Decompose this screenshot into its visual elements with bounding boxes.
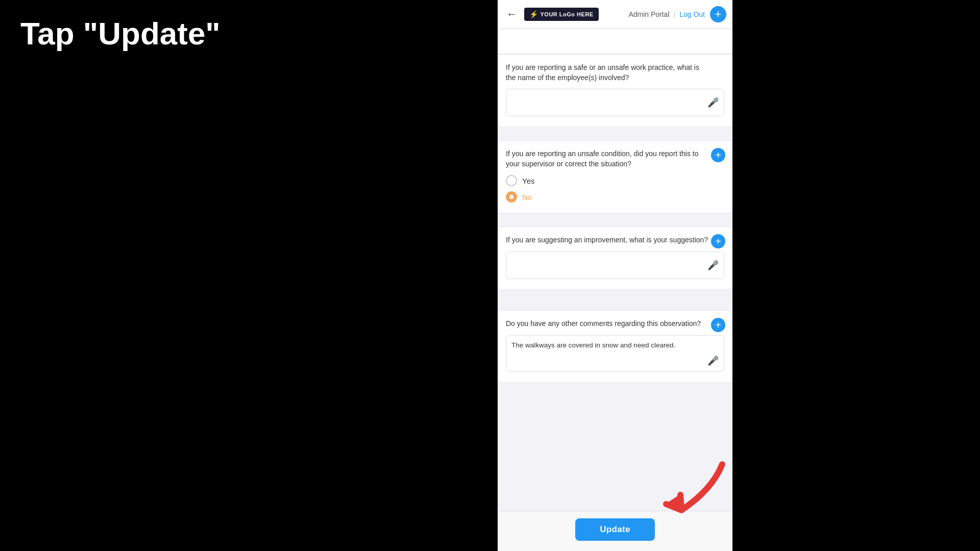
app-panel: ← ⚡ YOUR LoGo HERE Admin Portal | Log Ou… <box>250 0 980 551</box>
partial-top-card <box>498 29 732 54</box>
section-other-comments: + Do you have any other comments regardi… <box>498 310 732 383</box>
bottom-spacer <box>498 389 732 399</box>
section-employee-name-label: If you are reporting a safe or an unsafe… <box>506 63 724 83</box>
logo: ⚡ YOUR LoGo HERE <box>524 8 599 21</box>
radio-group-supervisor: Yes No <box>506 175 724 203</box>
logo-text: YOUR LoGo HERE <box>541 11 594 17</box>
update-button[interactable]: Update <box>575 518 654 541</box>
logo-bolt-icon: ⚡ <box>529 10 538 18</box>
scroll-content[interactable]: If you are reporting a safe or an unsafe… <box>498 54 732 511</box>
instruction-panel: Tap "Update" <box>0 0 250 551</box>
radio-circle-no[interactable] <box>506 191 517 203</box>
nav-bar: ← ⚡ YOUR LoGo HERE Admin Portal | Log Ou… <box>498 0 732 29</box>
other-comments-textarea[interactable]: The walkways are covered in snow and nee… <box>511 341 704 366</box>
mic-icon-comments[interactable]: 🎤 <box>707 355 719 366</box>
mic-icon-employee[interactable]: 🎤 <box>707 97 719 108</box>
section-add-button-improvement[interactable]: + <box>711 234 725 248</box>
section-other-comments-label: Do you have any other comments regarding… <box>506 319 724 329</box>
nav-logout-link[interactable]: Log Out <box>679 10 705 18</box>
improvement-input-row[interactable]: 🎤 <box>506 252 724 279</box>
radio-option-no[interactable]: No <box>506 191 724 203</box>
section-improvement-label: If you are suggesting an improvement, wh… <box>506 235 724 245</box>
radio-label-yes: Yes <box>522 177 534 185</box>
bottom-bar: Update <box>498 511 732 551</box>
other-comments-input-row[interactable]: The walkways are covered in snow and nee… <box>506 335 724 372</box>
employee-name-input-row[interactable]: 🎤 <box>506 89 724 116</box>
back-button[interactable]: ← <box>504 8 520 21</box>
radio-circle-yes[interactable] <box>506 175 517 186</box>
spacer-3 <box>498 296 732 303</box>
mic-icon-improvement[interactable]: 🎤 <box>707 260 719 271</box>
spacer-2 <box>498 219 732 227</box>
nav-portal-title: Admin Portal <box>628 10 669 18</box>
section-employee-name: If you are reporting a safe or an unsafe… <box>498 54 732 127</box>
app-container: ← ⚡ YOUR LoGo HERE Admin Portal | Log Ou… <box>498 0 732 551</box>
section-reported-supervisor-label: If you are reporting an unsafe condition… <box>506 149 724 169</box>
spacer-1 <box>498 133 732 140</box>
section-add-button-comments[interactable]: + <box>711 318 725 332</box>
spacer-extra <box>498 303 732 310</box>
section-improvement: + If you are suggesting an improvement, … <box>498 227 732 290</box>
employee-name-input[interactable] <box>511 93 704 112</box>
nav-separator: | <box>674 10 676 18</box>
instruction-text: Tap "Update" <box>20 15 220 52</box>
improvement-input[interactable] <box>511 256 704 274</box>
radio-option-yes[interactable]: Yes <box>506 175 724 186</box>
section-reported-supervisor: + If you are reporting an unsafe conditi… <box>498 140 732 213</box>
nav-add-button[interactable]: + <box>710 6 726 22</box>
radio-label-no: No <box>522 193 532 202</box>
section-add-button-supervisor[interactable]: + <box>711 148 725 162</box>
